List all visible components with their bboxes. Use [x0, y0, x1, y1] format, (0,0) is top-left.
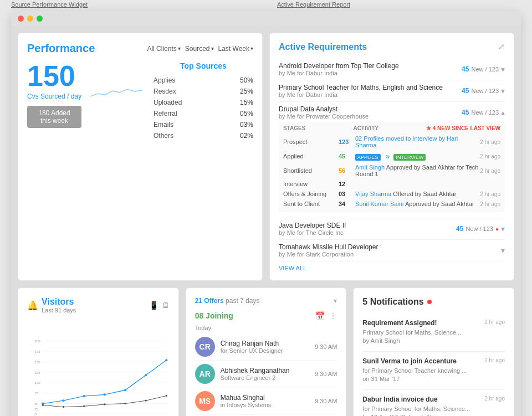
req-chevron-3[interactable]: ▴ [501, 108, 505, 117]
svg-text:50: 50 [35, 402, 39, 405]
stage-applied: Applied 45 APPLIES » INTERVIEW 2 hr ago [283, 150, 500, 162]
visitors-widget: 🔔 Visitors Last 91 days 📱 🖥 [18, 287, 179, 416]
offers-chevron[interactable]: ▾ [334, 297, 337, 305]
visitors-chart: 200 175 150 125 100 75 50 25 0 [27, 318, 170, 416]
req-item-1: Android Developer from Top Tier College … [279, 59, 505, 80]
req-count-sub-3: New / 123 [471, 109, 499, 116]
perf-chart [90, 66, 145, 105]
svg-point-29 [145, 399, 146, 401]
top-sources-title: Top Sources [154, 61, 253, 70]
sourced-filter[interactable]: Sourced [185, 45, 214, 53]
more-options-icon[interactable]: ⋮ [329, 311, 337, 320]
source-referral-pct: 05% [240, 110, 253, 117]
calendar-icon[interactable]: 📅 [315, 311, 325, 320]
svg-text:75: 75 [35, 392, 39, 395]
maximize-button[interactable] [37, 16, 43, 22]
notif-desc-2: for Primary School Teacher knowing ...on… [362, 367, 505, 384]
notif-time-1: 2 hr ago [484, 319, 505, 325]
notif-title-3: Dabur India invoice due [362, 396, 437, 403]
period-filter[interactable]: Last Week [218, 45, 253, 53]
notif-item-2: Sunil Verma to join Accenture 2 hr ago f… [362, 352, 505, 390]
notif-time-3: 2 hr ago [484, 396, 505, 402]
applies-tag: APPLIES [355, 154, 381, 161]
notif-desc-3: for Primary School for Maths, Science...… [362, 405, 505, 416]
req-chevron-1[interactable]: ▾ [501, 65, 505, 74]
avatar-2: AR [195, 364, 215, 384]
req-job-3: Drupal Data Analyst [279, 105, 369, 113]
req-chevron-2[interactable]: ▾ [501, 86, 505, 95]
performance-widget: Performance All Clients Sourced Last Wee… [18, 33, 263, 281]
visitors-subtitle: Last 91 days [42, 307, 76, 314]
requirements-widget: ⤢ Active Requirements Android Developer … [269, 33, 514, 281]
source-resdex-name: Resdex [154, 88, 176, 95]
source-uploaded-pct: 15% [240, 99, 253, 106]
req-item-2: Primary School Teacher for Maths, Englis… [279, 80, 505, 102]
req-job-4: Java Developer SDE II [279, 222, 346, 229]
source-uploaded: Uploaded 15% [154, 97, 253, 108]
req-by-2: by Me for Dabur India [279, 91, 443, 98]
svg-point-28 [124, 403, 126, 404]
svg-point-19 [83, 395, 85, 397]
source-resdex-pct: 25% [240, 88, 253, 95]
notif-title: 5 Notifications [362, 297, 423, 307]
req-count-sub-1: New / 123 [471, 66, 499, 73]
offers-period: past 7 days [226, 297, 259, 305]
offer-person-1: CR Chirag Ranjan Nath for Senior UX Desi… [195, 333, 337, 361]
svg-point-30 [166, 395, 167, 397]
bell-icon: 🔔 [27, 300, 38, 311]
top-sources: Top Sources Applies 50% Resdex 25% Uploa… [154, 61, 253, 141]
view-all-link[interactable]: VIEW ALL [279, 265, 505, 271]
visitors-title: Visitors [42, 297, 76, 307]
notif-dot [427, 300, 432, 304]
person-name-1: Chirag Ranjan Nath [221, 340, 309, 347]
svg-point-26 [83, 405, 85, 407]
svg-point-18 [62, 399, 64, 402]
req-count-2: 45 [462, 87, 469, 95]
person-role-1: for Senior UX Designer [221, 347, 309, 354]
svg-point-27 [104, 403, 105, 405]
req-by-1: by Me for Dabur India [279, 70, 399, 76]
person-role-2: Software Engineer 2 [221, 374, 309, 381]
clients-filter[interactable]: All Clients [147, 45, 180, 53]
notif-time-2: 2 hr ago [484, 357, 505, 363]
source-emails-pct: 03% [240, 121, 253, 129]
svg-point-25 [63, 406, 64, 408]
offer-time-1: 9:30 AM [315, 343, 337, 350]
req-chevron-4[interactable]: ▾ [501, 224, 505, 233]
stages-col-header: STAGES [283, 125, 305, 131]
stage-interview: Interview 12 [283, 179, 500, 189]
source-applies: Applies 50% [154, 75, 253, 86]
req-item-3: Drupal Data Analyst by Me for Prowater C… [279, 102, 505, 218]
cvs-count: 150 [27, 61, 81, 90]
req-chevron-5[interactable]: ▾ [501, 246, 505, 255]
desktop-icon[interactable]: 🖥 [162, 301, 170, 310]
source-uploaded-name: Uploaded [154, 99, 182, 106]
fullscreen-icon[interactable]: ⤢ [498, 42, 505, 51]
close-button[interactable] [18, 16, 24, 22]
offer-person-3: MS Mahua Singhal in Infosys Systems 9:30… [195, 388, 337, 415]
svg-point-21 [124, 389, 126, 391]
req-title: Active Requirements [279, 42, 505, 52]
arrow-icon: » [386, 152, 390, 161]
source-applies-pct: 50% [240, 76, 253, 84]
notif-title-2: Sunil Verma to join Accenture [362, 357, 457, 365]
dashboard: Performance All Clients Sourced Last Wee… [11, 26, 521, 416]
source-referral-name: Referral [154, 110, 177, 117]
titlebar [11, 11, 521, 26]
source-applies-name: Applies [154, 76, 175, 84]
mobile-icon[interactable]: 📱 [149, 301, 158, 310]
offer-time-2: 9:30 AM [315, 371, 337, 377]
svg-text:100: 100 [35, 381, 41, 384]
person-name-2: Abhishek Ranganathan [221, 367, 309, 374]
stage-shortlisted: Shortlisted 56 Amit Singh Approved by Sa… [283, 162, 500, 179]
svg-text:0: 0 [35, 413, 37, 416]
req-by-3: by Me for Prowater Cooperhouse [279, 113, 369, 120]
avatar-3: MS [195, 391, 215, 411]
svg-point-20 [104, 393, 106, 396]
req-item-4: Java Developer SDE II by Me for The Circ… [279, 218, 505, 240]
minimize-button[interactable] [27, 16, 33, 22]
req-job-2: Primary School Teacher for Maths, Englis… [279, 84, 443, 91]
stage-sent: Sent to Client 34 Sunil Kumar Saini Appr… [283, 199, 500, 209]
svg-point-23 [165, 359, 167, 361]
req-expanded-3: STAGES ACTIVITY ★ 4 new since last view … [279, 122, 505, 212]
